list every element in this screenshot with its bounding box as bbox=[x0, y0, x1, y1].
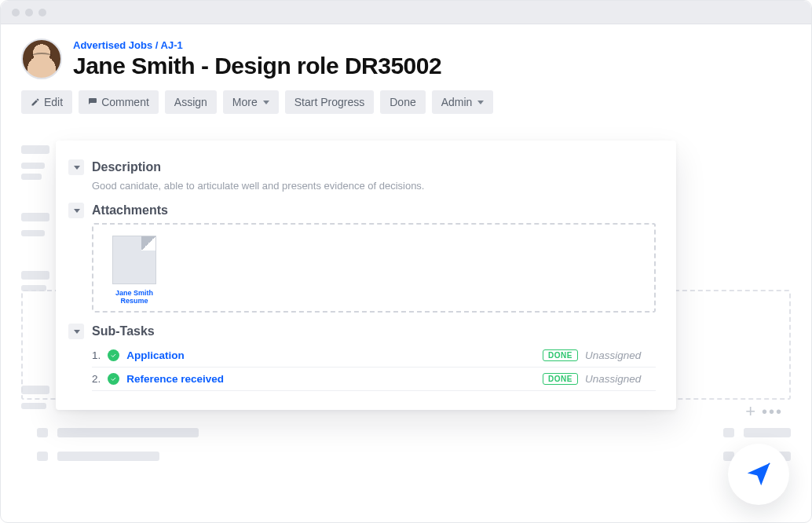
assign-button[interactable]: Assign bbox=[165, 90, 217, 114]
brand-launcher-button[interactable] bbox=[728, 444, 789, 505]
status-badge: DONE bbox=[543, 373, 578, 385]
chevron-down-icon bbox=[74, 330, 80, 334]
skeleton-placeholder bbox=[21, 230, 45, 236]
subtask-assignee: Unassigned bbox=[585, 349, 656, 361]
attachment-label: Jane Smith Resume bbox=[103, 289, 166, 305]
assignee-avatar[interactable] bbox=[21, 38, 62, 79]
collapse-toggle[interactable] bbox=[68, 203, 84, 218]
section-title: Sub-Tasks bbox=[92, 324, 155, 338]
skeleton-placeholder bbox=[21, 163, 45, 169]
comment-button[interactable]: Comment bbox=[79, 90, 159, 114]
check-circle-icon bbox=[108, 373, 119, 385]
action-toolbar: Edit Comment Assign More Start Progress … bbox=[21, 90, 791, 114]
skeleton-row bbox=[37, 428, 791, 437]
section-title: Description bbox=[92, 160, 161, 174]
description-text: Good canidate, able to articulate well a… bbox=[92, 180, 656, 192]
chevron-down-icon bbox=[74, 209, 80, 213]
window-minimize-icon[interactable] bbox=[25, 9, 33, 16]
browser-window: Advertised Jobs / AJ-1 Jane Smith - Desi… bbox=[0, 0, 812, 523]
check-circle-icon bbox=[108, 349, 119, 361]
subtask-row[interactable]: 2. Reference received DONE Unassigned bbox=[92, 368, 656, 391]
chevron-down-icon bbox=[477, 101, 484, 104]
skeleton-placeholder bbox=[21, 174, 42, 180]
comment-icon bbox=[88, 97, 97, 107]
more-icon[interactable]: ••• bbox=[762, 404, 783, 419]
description-section: Description Good canidate, able to artic… bbox=[68, 159, 656, 192]
breadcrumb-parent[interactable]: Advertised Jobs bbox=[73, 39, 152, 51]
subtask-assignee: Unassigned bbox=[585, 373, 656, 385]
subtask-link[interactable]: Application bbox=[126, 349, 185, 361]
pencil-icon bbox=[31, 97, 40, 107]
issue-detail-card: Description Good canidate, able to artic… bbox=[56, 141, 676, 410]
attachment-item[interactable]: Jane Smith Resume bbox=[103, 236, 166, 305]
chevron-down-icon bbox=[263, 101, 269, 104]
admin-menu-button[interactable]: Admin bbox=[432, 90, 494, 114]
window-close-icon[interactable] bbox=[12, 9, 20, 16]
skeleton-placeholder bbox=[21, 403, 46, 409]
window-zoom-icon[interactable] bbox=[38, 9, 46, 16]
status-badge: DONE bbox=[543, 349, 578, 361]
edit-button[interactable]: Edit bbox=[21, 90, 72, 114]
breadcrumb-key[interactable]: AJ-1 bbox=[161, 39, 183, 51]
subtask-link[interactable]: Reference received bbox=[126, 373, 224, 385]
skeleton-placeholder bbox=[21, 145, 49, 154]
document-icon bbox=[112, 236, 156, 284]
breadcrumb[interactable]: Advertised Jobs / AJ-1 bbox=[73, 39, 441, 51]
attachments-section: Attachments Jane Smith Resume bbox=[68, 203, 656, 313]
page-title: Jane Smith - Design role DR35002 bbox=[73, 53, 441, 79]
subtask-row[interactable]: 1. Application DONE Unassigned bbox=[92, 344, 656, 368]
skeleton-placeholder bbox=[21, 213, 49, 221]
breadcrumb-separator: / bbox=[155, 39, 161, 51]
subtask-number: 2. bbox=[92, 373, 101, 385]
attachments-dropzone[interactable]: Jane Smith Resume bbox=[92, 223, 656, 313]
chevron-down-icon bbox=[74, 166, 80, 170]
subtasks-section: Sub-Tasks 1. Application DONE Unassigned… bbox=[68, 324, 656, 391]
collapse-toggle[interactable] bbox=[68, 159, 84, 175]
skeleton-row bbox=[37, 452, 791, 461]
collapse-toggle[interactable] bbox=[68, 324, 84, 339]
subtask-number: 1. bbox=[92, 349, 101, 361]
add-icon[interactable]: + bbox=[745, 403, 755, 420]
start-progress-button[interactable]: Start Progress bbox=[285, 90, 374, 114]
more-menu-button[interactable]: More bbox=[223, 90, 279, 114]
window-title-bar bbox=[1, 1, 811, 24]
skeleton-placeholder bbox=[21, 271, 49, 280]
paper-plane-icon bbox=[744, 459, 774, 489]
section-title: Attachments bbox=[92, 203, 168, 218]
done-button[interactable]: Done bbox=[380, 90, 425, 114]
